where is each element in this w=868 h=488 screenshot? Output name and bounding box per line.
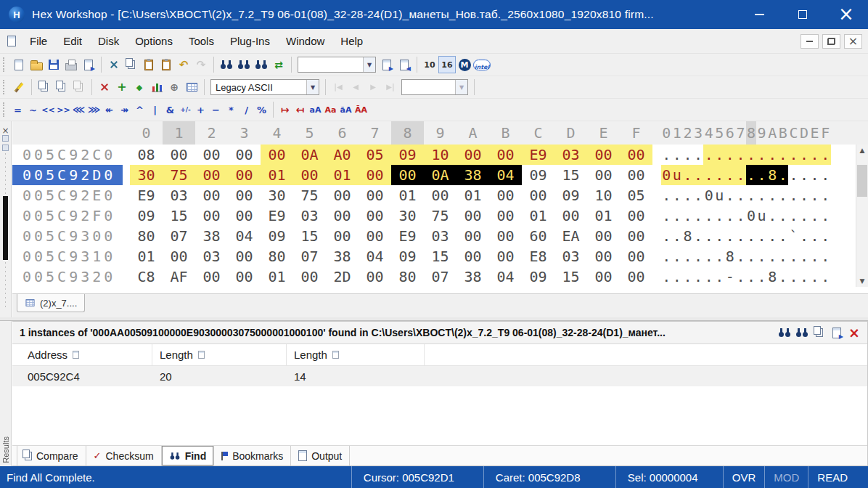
hex-byte[interactable]: 00 [359,206,391,226]
ascii-char[interactable]: . [703,206,714,226]
ascii-char[interactable]: u [714,185,725,206]
row-address[interactable]: 005C9310 [12,246,123,267]
menu-help[interactable]: Help [332,35,371,47]
window-close-button[interactable] [824,0,868,29]
hex-byte[interactable]: 01 [391,185,424,206]
hex-byte[interactable]: 30 [261,185,293,206]
window-minimize-button[interactable] [737,0,781,29]
hex-byte[interactable]: 00 [489,145,522,165]
op-not-button[interactable]: ~ [25,101,41,118]
ascii-char[interactable]: . [672,226,683,246]
ascii-char[interactable]: . [820,226,831,246]
op-add-button[interactable]: + [193,101,208,118]
hex-byte[interactable]: 01 [261,165,293,185]
ascii-char[interactable]: . [661,267,672,287]
op-assign-button[interactable]: = [10,101,25,118]
delete-button[interactable] [96,78,113,96]
hex-byte[interactable]: 00 [489,246,522,267]
goto-first-button[interactable]: |◀ [329,78,347,96]
hex-byte[interactable]: 00 [489,185,522,206]
new-file-button[interactable] [10,56,28,73]
base-10-toggle[interactable]: 10 [421,56,438,73]
hex-byte[interactable]: 03 [293,206,326,226]
hex-byte[interactable]: 00 [456,145,489,165]
ascii-char[interactable]: . [693,145,704,165]
hex-byte[interactable]: 00 [228,165,261,185]
result-row[interactable]: 005C92C42014 [12,366,867,386]
hex-byte[interactable]: E9 [261,206,293,226]
op-subtract-button[interactable]: − [208,101,224,118]
hex-byte[interactable]: 00 [195,145,228,165]
hex-byte[interactable]: 80 [391,267,424,287]
ascii-char[interactable]: . [778,145,789,165]
ascii-char[interactable]: . [778,206,789,226]
ascii-char[interactable]: . [735,267,746,287]
hex-byte[interactable]: 00 [620,226,652,246]
hex-byte[interactable]: 80 [261,246,293,267]
ascii-char[interactable]: . [661,246,672,267]
sidebar-icon-1[interactable] [2,135,9,142]
structures-button[interactable]: ⊕ [165,78,183,96]
results-tab-output[interactable]: Output [291,446,350,465]
ascii-char[interactable]: . [809,206,820,226]
hex-byte[interactable]: 38 [456,267,489,287]
hex-byte[interactable]: 00 [326,185,359,206]
results-tab-compare[interactable]: Compare [17,446,86,465]
row-address[interactable]: 005C92F0 [12,206,123,226]
ascii-char[interactable]: . [756,185,767,206]
hex-byte[interactable]: 0A [424,165,456,185]
op-and-button[interactable]: & [163,101,178,118]
hex-byte[interactable]: 09 [130,206,163,226]
hex-byte[interactable]: 60 [522,226,554,246]
edit-button[interactable] [10,78,28,96]
ascii-char[interactable]: . [693,246,704,267]
hex-byte[interactable]: 00 [228,267,261,287]
ascii-char[interactable]: . [682,145,693,165]
ascii-char[interactable]: 8 [725,246,736,267]
menu-edit[interactable]: Edit [55,35,90,47]
hex-byte[interactable]: 07 [293,246,326,267]
hex-byte[interactable]: 00 [456,226,489,246]
case-capitalize-button[interactable]: ĀA [353,101,369,118]
ascii-char[interactable]: . [788,145,799,165]
ascii-char[interactable]: . [735,246,746,267]
ascii-char[interactable]: . [746,226,757,246]
ascii-char[interactable]: . [756,267,767,287]
ascii-char[interactable]: . [820,165,831,185]
ascii-char[interactable]: . [820,145,831,165]
ascii-char[interactable]: . [661,145,672,165]
ascii-char[interactable]: . [735,206,746,226]
ascii-char[interactable]: . [682,246,693,267]
ascii-char[interactable]: . [725,185,736,206]
goto-prev-button[interactable]: ◀ [347,78,364,96]
ascii-char[interactable]: . [809,185,820,206]
ascii-char[interactable]: . [799,206,810,226]
ascii-char[interactable]: . [778,246,789,267]
hex-byte[interactable]: 30 [130,165,163,185]
ascii-char[interactable]: . [703,267,714,287]
ascii-char[interactable]: . [672,267,683,287]
hex-byte[interactable]: 00 [554,206,587,226]
ascii-char[interactable]: . [672,246,683,267]
hex-byte[interactable]: A0 [326,145,359,165]
hex-byte[interactable]: 00 [293,267,326,287]
scroll-thumb[interactable] [857,165,867,197]
ascii-char[interactable]: . [746,246,757,267]
hex-byte[interactable]: 00 [587,267,620,287]
hex-byte[interactable]: 00 [228,206,261,226]
hex-byte[interactable]: 05 [359,145,391,165]
case-toggle-button[interactable]: āA [338,101,353,118]
ascii-char[interactable]: . [820,246,831,267]
menu-plugins[interactable]: Plug-Ins [222,35,278,47]
row-address[interactable]: 005C92D0 [12,165,123,185]
op-negate-button[interactable]: +/- [178,101,193,118]
sidebar-close-icon[interactable] [1,123,10,132]
hex-byte[interactable]: 00 [620,246,652,267]
hex-byte[interactable]: 75 [293,185,326,206]
hex-byte[interactable]: 00 [228,145,261,165]
search-combo[interactable] [298,57,376,73]
replace-button[interactable]: ⇄ [270,56,287,73]
ascii-char[interactable]: . [672,145,683,165]
ascii-char[interactable]: . [703,226,714,246]
mdi-restore-button[interactable] [822,34,840,49]
